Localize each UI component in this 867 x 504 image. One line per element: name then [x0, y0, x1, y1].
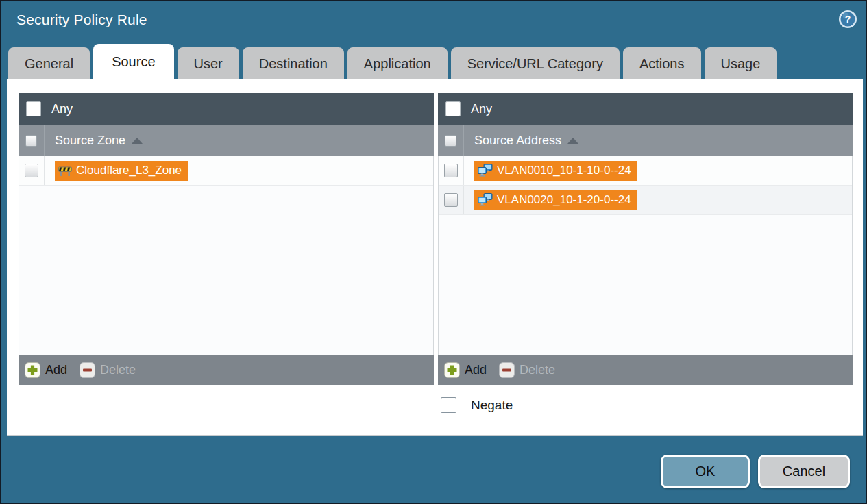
source-tab-content: Any Source Zone — [7, 79, 863, 436]
row-checkbox[interactable] — [25, 164, 38, 177]
list-item[interactable]: VLAN0010_10-1-10-0--24 — [439, 156, 852, 186]
source-zone-list: Cloudflare_L3_Zone — [19, 156, 434, 355]
address-chip[interactable]: VLAN0020_10-1-20-0--24 — [474, 190, 637, 210]
zone-icon — [58, 165, 72, 177]
tab-bar: General Source User Destination Applicat… — [8, 44, 777, 79]
add-label: Add — [465, 363, 487, 377]
source-zone-any-bar: Any — [19, 93, 434, 125]
source-address-any-bar: Any — [438, 93, 853, 125]
source-address-column-header[interactable]: Source Address — [438, 125, 853, 156]
column-header-label: Source Address — [474, 134, 561, 148]
tab-actions[interactable]: Actions — [623, 47, 701, 79]
zone-chip-label: Cloudflare_L3_Zone — [76, 164, 182, 177]
help-icon[interactable]: ? — [838, 10, 857, 29]
any-label: Any — [471, 102, 492, 116]
tab-user[interactable]: User — [178, 47, 239, 79]
select-all-checkbox[interactable] — [445, 135, 456, 147]
list-item[interactable]: Cloudflare_L3_Zone — [19, 156, 433, 186]
tab-usage[interactable]: Usage — [705, 47, 777, 79]
source-zone-toolbar: Add Delete — [19, 355, 434, 385]
cancel-button[interactable]: Cancel — [758, 455, 850, 488]
add-label: Add — [45, 363, 67, 377]
row-checkbox[interactable] — [444, 193, 458, 207]
negate-label: Negate — [471, 398, 513, 413]
tab-source[interactable]: Source — [93, 44, 173, 79]
delete-icon — [499, 362, 515, 378]
add-button[interactable]: Add — [25, 362, 67, 378]
delete-icon — [80, 362, 95, 378]
select-all-checkbox[interactable] — [25, 135, 37, 147]
address-chip[interactable]: VLAN0010_10-1-10-0--24 — [474, 161, 637, 181]
any-label: Any — [51, 102, 73, 116]
delete-label: Delete — [520, 363, 555, 377]
add-button[interactable]: Add — [444, 362, 487, 378]
tab-destination[interactable]: Destination — [243, 47, 344, 79]
tab-service-url-category[interactable]: Service/URL Category — [451, 47, 620, 79]
tab-application[interactable]: Application — [347, 47, 448, 79]
negate-row: Negate — [441, 397, 513, 413]
source-address-toolbar: Add Delete — [438, 355, 853, 385]
source-address-panel: Any Source Address — [438, 93, 853, 385]
network-address-icon — [478, 164, 493, 177]
source-address-list: VLAN0010_10-1-10-0--24 — [438, 156, 853, 355]
source-zone-column-header[interactable]: Source Zone — [19, 125, 434, 156]
sort-ascending-icon — [132, 138, 143, 144]
sort-ascending-icon — [567, 138, 578, 144]
row-checkbox[interactable] — [444, 164, 458, 177]
any-checkbox[interactable] — [26, 101, 41, 116]
network-address-icon — [478, 193, 493, 207]
source-zone-panel: Any Source Zone — [19, 93, 434, 385]
delete-button[interactable]: Delete — [80, 362, 136, 378]
delete-button[interactable]: Delete — [499, 362, 555, 378]
address-chip-label: VLAN0020_10-1-20-0--24 — [497, 193, 631, 207]
add-icon — [25, 362, 40, 378]
page-title: Security Policy Rule — [16, 12, 147, 28]
tab-general[interactable]: General — [8, 47, 90, 79]
svg-text:?: ? — [845, 14, 851, 25]
any-checkbox[interactable] — [445, 101, 461, 116]
ok-button[interactable]: OK — [661, 455, 750, 488]
negate-checkbox[interactable] — [441, 397, 456, 413]
address-chip-label: VLAN0010_10-1-10-0--24 — [497, 164, 631, 177]
list-item[interactable]: VLAN0020_10-1-20-0--24 — [439, 186, 852, 215]
column-header-label: Source Zone — [55, 134, 125, 148]
delete-label: Delete — [100, 363, 136, 377]
add-icon — [444, 362, 460, 378]
zone-chip[interactable]: Cloudflare_L3_Zone — [55, 161, 188, 181]
